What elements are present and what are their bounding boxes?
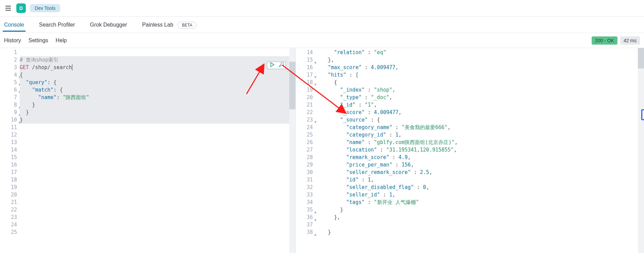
wrench-icon[interactable] xyxy=(278,62,284,69)
response-editor[interactable]: "relation" : "eq" }, "max_score" : 4.009… xyxy=(316,48,644,253)
tab-search-profiler[interactable]: Search Profiler xyxy=(38,18,77,32)
request-pane: 1234▾5▾6▾78▴9▴10▴11121314151617181920212… xyxy=(0,48,296,253)
menu-icon[interactable] xyxy=(4,4,12,12)
tabs-bar: Console Search Profiler Grok Debugger Pa… xyxy=(0,17,644,33)
run-controls xyxy=(267,62,286,69)
time-badge: 42 ms xyxy=(620,36,640,45)
tab-painless-lab[interactable]: Painless Lab BETA xyxy=(141,18,198,32)
response-pane: 1415▴1617▾18▾1920212223▾2425262728293031… xyxy=(296,48,644,253)
request-gutter: 1234▾5▾6▾78▴9▴10▴11121314151617181920212… xyxy=(0,48,20,253)
play-icon[interactable] xyxy=(269,62,275,69)
tab-painless-lab-label: Painless Lab xyxy=(142,22,173,28)
app-logo[interactable]: D xyxy=(16,3,26,13)
breadcrumb[interactable]: Dev Tools xyxy=(30,4,60,12)
tab-grok-debugger[interactable]: Grok Debugger xyxy=(89,18,129,32)
response-scrollbar[interactable] xyxy=(638,48,644,253)
request-scrollbar[interactable] xyxy=(289,48,295,253)
request-editor[interactable]: # 查询shop索引GET /shop/_search{ "query": { … xyxy=(20,48,295,253)
status-badge: 200 - OK xyxy=(592,36,617,45)
response-gutter: 1415▴1617▾18▾1920212223▾2425262728293031… xyxy=(296,48,316,253)
subbar-settings[interactable]: Settings xyxy=(29,37,48,44)
subbar-help[interactable]: Help xyxy=(56,37,67,44)
top-bar: D Dev Tools xyxy=(0,0,644,17)
sub-bar: History Settings Help 200 - OK 42 ms xyxy=(0,33,644,48)
beta-badge: BETA xyxy=(177,22,197,29)
tab-console[interactable]: Console xyxy=(3,18,26,32)
editor-panes: 1234▾5▾6▾78▴9▴10▴11121314151617181920212… xyxy=(0,48,644,253)
subbar-history[interactable]: History xyxy=(4,37,21,44)
